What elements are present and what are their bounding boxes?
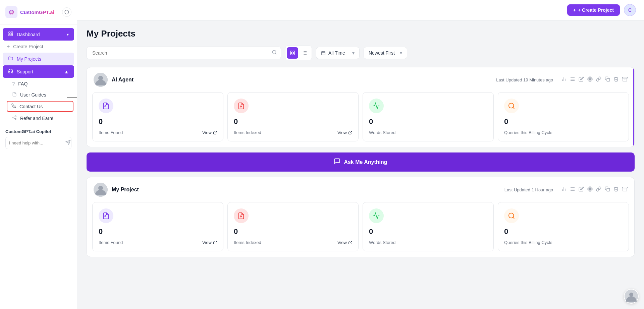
svg-point-1 <box>10 11 13 13</box>
support-icon <box>8 68 13 75</box>
archive-icon[interactable] <box>622 76 628 83</box>
archive-icon-2[interactable] <box>622 186 628 193</box>
stat-card-items-indexed: 0 Items Indexed View <box>227 92 359 141</box>
sidebar-item-support-label: Support <box>17 69 33 74</box>
sidebar-item-refer-earn[interactable]: Refer and Earn! <box>0 113 77 124</box>
floating-user-avatar[interactable] <box>624 289 639 304</box>
words-stored-2-label: Words Stored <box>369 240 395 245</box>
sidebar-item-faq-label: FAQ <box>18 81 28 86</box>
my-projects-icon <box>8 56 13 62</box>
svg-line-48 <box>513 107 514 109</box>
svg-rect-6 <box>11 34 13 36</box>
list-view-button[interactable] <box>287 47 298 59</box>
items-indexed-2-label: Items Indexed <box>234 240 261 245</box>
svg-line-62 <box>215 241 217 243</box>
sidebar-item-contact-us[interactable]: Contact Us <box>7 101 73 112</box>
create-project-button[interactable]: + + Create Project <box>567 4 620 16</box>
items-indexed-view-link[interactable]: View <box>337 130 352 135</box>
svg-point-39 <box>589 78 591 80</box>
copilot-input-wrap <box>5 137 71 149</box>
time-filter-label: All Time <box>328 50 345 56</box>
notification-bell[interactable] <box>62 7 71 17</box>
sort-filter-label: Newest First <box>369 50 395 56</box>
svg-line-46 <box>350 131 352 133</box>
project-name: AI Agent <box>112 77 133 83</box>
stats-icon-2[interactable] <box>561 186 567 193</box>
view-toggle <box>285 46 312 60</box>
edit-icon-2[interactable] <box>579 186 584 193</box>
sidebar-item-create-project[interactable]: + Create Project <box>0 41 77 52</box>
svg-point-32 <box>98 76 103 80</box>
words-stored-icon-wrap <box>369 99 384 113</box>
items-found-view-link[interactable]: View <box>202 130 217 135</box>
sidebar: CustomGPT.ai Dashboard ▾ + Create Projec… <box>0 0 77 309</box>
svg-point-45 <box>240 106 241 107</box>
settings-icon-2[interactable] <box>587 186 593 193</box>
project-avatar <box>94 73 108 87</box>
project-card-accent-bar <box>633 67 634 147</box>
edit-icon[interactable] <box>579 76 584 83</box>
items-indexed-icon-wrap <box>234 99 249 113</box>
sidebar-item-user-guides[interactable]: User Guides <box>0 89 77 100</box>
svg-line-11 <box>14 117 15 117</box>
filter-bar: All Time ▾ Newest First ▾ <box>87 46 635 60</box>
grid-view-button[interactable] <box>299 47 310 59</box>
copy-icon-2[interactable] <box>605 186 610 193</box>
search-wrap <box>87 47 281 59</box>
sidebar-item-user-guides-label: User Guides <box>20 92 46 98</box>
project-2-last-updated: Last Updated 1 Hour ago <box>504 187 553 192</box>
copilot-input[interactable] <box>9 140 65 145</box>
calendar-icon <box>321 51 326 55</box>
sidebar-item-dashboard-label: Dashboard <box>17 32 40 37</box>
sidebar-item-support[interactable]: Support ▲ <box>3 65 74 78</box>
sidebar-item-faq[interactable]: ? FAQ <box>0 78 77 89</box>
svg-point-47 <box>509 103 514 108</box>
search-icon[interactable] <box>272 50 277 56</box>
stat-card-2-words-stored: 0 Words Stored <box>363 202 494 251</box>
user-avatar[interactable]: C <box>624 4 636 16</box>
project-2-stats-row: 0 Items Found View <box>87 202 634 257</box>
ask-bar-chat-icon <box>334 158 340 166</box>
project-2-name: My Project <box>112 187 139 193</box>
svg-rect-4 <box>11 32 13 34</box>
words-stored-2-icon-wrap <box>369 208 384 223</box>
sidebar-item-my-projects[interactable]: My Projects <box>3 53 74 65</box>
svg-point-61 <box>105 215 106 217</box>
delete-icon-2[interactable] <box>613 186 619 193</box>
queries-label: Queries this Billing Cycle <box>504 130 552 135</box>
link-icon[interactable] <box>596 76 601 83</box>
copilot-send-icon[interactable] <box>65 140 71 146</box>
ask-me-anything-bar[interactable]: Ask Me Anything <box>87 152 635 172</box>
delete-icon[interactable] <box>613 76 619 83</box>
search-input[interactable] <box>87 47 281 59</box>
words-stored-value: 0 <box>369 117 487 126</box>
items-indexed-label-row: Items Indexed View <box>234 130 352 135</box>
stats-icon[interactable] <box>561 76 567 83</box>
sidebar-item-create-project-label: Create Project <box>13 44 43 49</box>
project-stats-row: 0 Items Found View <box>87 92 634 147</box>
queries-label-row: Queries this Billing Cycle <box>504 130 623 135</box>
link-icon-2[interactable] <box>596 186 601 193</box>
items-indexed-2-icon-wrap <box>234 208 249 223</box>
time-filter-chevron-icon: ▾ <box>352 50 355 56</box>
sidebar-item-dashboard[interactable]: Dashboard ▾ <box>3 28 74 41</box>
items-found-label: Items Found <box>99 130 123 135</box>
svg-point-68 <box>629 293 633 297</box>
copy-icon[interactable] <box>605 76 610 83</box>
table-icon[interactable] <box>570 76 575 83</box>
project-last-updated: Last Updated 19 Minutes ago <box>496 77 553 82</box>
sort-filter-dropdown[interactable]: Newest First ▾ <box>364 47 407 59</box>
svg-rect-40 <box>607 78 610 81</box>
items-found-2-view-link[interactable]: View <box>202 240 217 245</box>
app-logo-icon <box>5 6 17 18</box>
svg-rect-17 <box>290 51 292 53</box>
top-bar: + + Create Project C <box>77 0 644 20</box>
settings-icon[interactable] <box>587 76 593 83</box>
svg-point-50 <box>98 186 103 190</box>
items-indexed-2-view-link[interactable]: View <box>337 240 352 245</box>
time-filter-dropdown[interactable]: All Time ▾ <box>316 47 360 59</box>
svg-line-16 <box>275 53 276 54</box>
svg-line-10 <box>14 118 15 119</box>
items-found-2-value: 0 <box>99 227 217 236</box>
table-icon-2[interactable] <box>570 186 575 193</box>
